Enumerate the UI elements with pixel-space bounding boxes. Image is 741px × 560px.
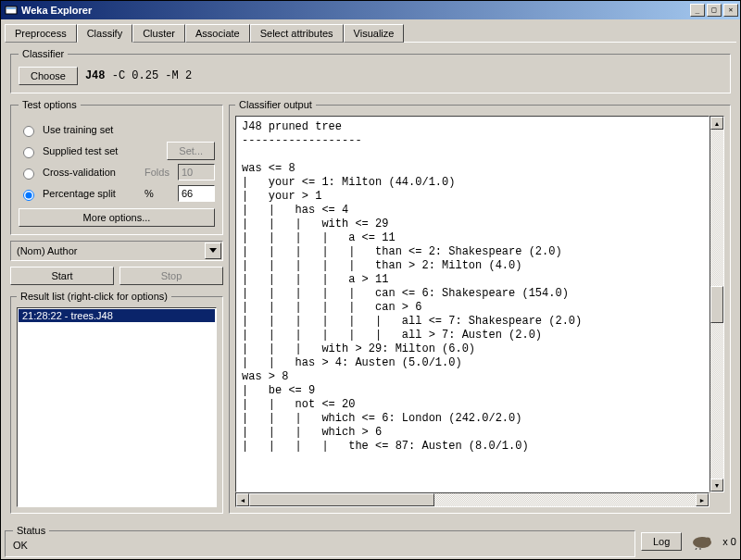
classifier-output-text[interactable]: J48 pruned tree ------------------ was <… [235, 116, 710, 492]
set-test-button[interactable]: Set... [167, 142, 215, 160]
status-fieldset: Status OK [5, 525, 635, 557]
classifier-output-fieldset: Classifier output J48 pruned tree ------… [229, 99, 731, 514]
classifier-output-legend: Classifier output [235, 99, 316, 110]
classifier-legend: Classifier [19, 48, 68, 59]
classify-page: Classifier Choose J48 -C 0.25 -M 2 Test … [5, 42, 736, 519]
label-supplied-test: Supplied test set [43, 145, 161, 156]
classifier-fieldset: Classifier Choose J48 -C 0.25 -M 2 [10, 48, 731, 93]
scroll-down-icon[interactable]: ▼ [710, 479, 723, 492]
class-attribute-combo[interactable]: (Nom) Author [10, 241, 223, 261]
titlebar: Weka Explorer _ □ ✕ [1, 1, 740, 19]
weka-bird-icon [687, 532, 717, 551]
log-button[interactable]: Log [641, 532, 682, 551]
vertical-scrollbar[interactable]: ▲ ▼ [710, 116, 724, 492]
radio-percentage-split[interactable] [23, 190, 34, 201]
radio-supplied-test[interactable] [23, 147, 34, 158]
status-text: OK [13, 540, 28, 551]
result-list[interactable]: 21:28:22 - trees.J48 [17, 307, 217, 507]
status-legend: Status [13, 525, 49, 536]
task-count: x 0 [722, 536, 736, 547]
tab-cluster[interactable]: Cluster [132, 24, 185, 43]
horizontal-scrollbar[interactable]: ◄ ► [235, 492, 710, 507]
radio-cross-validation[interactable] [23, 168, 34, 180]
test-options-fieldset: Test options Use training set Supplied t… [10, 99, 223, 235]
tab-preprocess[interactable]: Preprocess [5, 24, 77, 43]
label-training-set: Use training set [43, 124, 215, 135]
tab-bar: Preprocess Classify Cluster Associate Se… [1, 19, 740, 42]
maximize-button[interactable]: □ [707, 4, 722, 17]
main-window: Weka Explorer _ □ ✕ Preprocess Classify … [0, 0, 741, 560]
scroll-thumb-h[interactable] [249, 493, 434, 506]
percent-input[interactable] [178, 185, 215, 202]
svg-point-2 [705, 537, 710, 541]
test-options-legend: Test options [19, 99, 81, 110]
status-bar: Status OK Log x 0 [1, 523, 740, 559]
more-options-button[interactable]: More options... [19, 208, 215, 227]
result-list-fieldset: Result list (right-click for options) 21… [10, 291, 223, 514]
svg-rect-0 [6, 6, 17, 14]
percent-label: % [144, 188, 172, 199]
result-item[interactable]: 21:28:22 - trees.J48 [19, 309, 215, 322]
window-controls: _ □ ✕ [690, 4, 738, 17]
classifier-scheme[interactable]: J48 -C 0.25 -M 2 [85, 69, 192, 82]
scroll-thumb[interactable] [710, 286, 723, 323]
close-button[interactable]: ✕ [723, 4, 738, 17]
combo-dropdown-icon[interactable] [205, 243, 221, 259]
result-list-legend: Result list (right-click for options) [17, 291, 171, 302]
tab-visualize[interactable]: Visualize [344, 24, 405, 43]
minimize-button[interactable]: _ [690, 4, 705, 17]
folds-input[interactable] [178, 164, 215, 180]
class-attribute-value: (Nom) Author [11, 245, 204, 256]
label-percentage-split: Percentage split [43, 188, 139, 199]
scroll-up-icon[interactable]: ▲ [710, 117, 723, 130]
window-title: Weka Explorer [21, 5, 690, 16]
tab-associate[interactable]: Associate [185, 24, 250, 43]
scroll-right-icon[interactable]: ► [696, 493, 709, 506]
stop-button[interactable]: Stop [119, 267, 223, 285]
tab-select-attributes[interactable]: Select attributes [250, 24, 344, 43]
start-button[interactable]: Start [10, 267, 114, 285]
tab-classify[interactable]: Classify [77, 24, 133, 43]
radio-training-set[interactable] [23, 126, 34, 137]
choose-classifier-button[interactable]: Choose [19, 67, 78, 85]
app-icon [5, 4, 18, 17]
label-cross-validation: Cross-validation [43, 167, 139, 178]
folds-label: Folds [144, 167, 172, 178]
scroll-left-icon[interactable]: ◄ [236, 493, 249, 506]
